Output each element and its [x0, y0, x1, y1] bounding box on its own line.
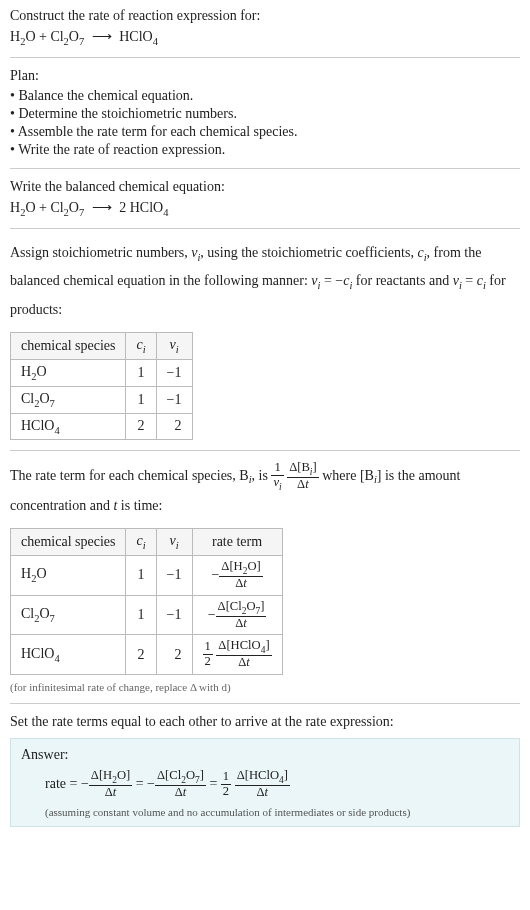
rate-term-cell: −Δ[H2O]Δt [192, 555, 282, 595]
table-row: H2O 1 −1 [11, 359, 193, 386]
stoichiometry-table: chemical species ci νi H2O 1 −1 Cl2O7 1 … [10, 332, 193, 440]
ci-cell: 1 [126, 555, 156, 595]
answer-label: Answer: [21, 747, 509, 763]
prompt-section: Construct the rate of reaction expressio… [10, 8, 520, 47]
final-heading: Set the rate terms equal to each other t… [10, 714, 520, 730]
col-rate-term: rate term [192, 529, 282, 556]
col-species: chemical species [11, 529, 126, 556]
vi-cell: 2 [156, 635, 192, 675]
prompt-line1: Construct the rate of reaction expressio… [10, 8, 520, 24]
stoich-text: Assign stoichiometric numbers, νi, using… [10, 239, 520, 325]
text: where [322, 468, 360, 483]
vi-cell: −1 [156, 595, 192, 635]
unbalanced-equation: H2O + Cl2O7 ⟶ HClO4 [10, 28, 520, 47]
plan-item: • Determine the stoichiometric numbers. [10, 106, 520, 122]
rate-expression: rate = −Δ[H2O]Δt = −Δ[Cl2O7]Δt = 12 Δ[HC… [45, 769, 509, 800]
ci-cell: 1 [126, 359, 156, 386]
table-header-row: chemical species ci νi [11, 333, 193, 360]
vi-cell: 2 [156, 413, 192, 440]
divider [10, 57, 520, 58]
rate-term-cell: 12 Δ[HClO4]Δt [192, 635, 282, 675]
frac: 1νi [271, 461, 283, 492]
text: for reactants and [352, 273, 452, 288]
plan-list: • Balance the chemical equation. • Deter… [10, 88, 520, 158]
plan-item: • Write the rate of reaction expression. [10, 142, 520, 158]
col-ci: ci [126, 333, 156, 360]
plan-item: • Assemble the rate term for each chemic… [10, 124, 520, 140]
col-species: chemical species [11, 333, 126, 360]
ci-cell: 1 [126, 386, 156, 413]
species-cell: H2O [11, 359, 126, 386]
text: , using the stoichiometric coefficients, [200, 245, 417, 260]
balanced-heading: Write the balanced chemical equation: [10, 179, 520, 195]
rate-term-cell: −Δ[Cl2O7]Δt [192, 595, 282, 635]
divider [10, 703, 520, 704]
col-vi: νi [156, 333, 192, 360]
divider [10, 450, 520, 451]
species-cell: H2O [11, 555, 126, 595]
species-cell: Cl2O7 [11, 386, 126, 413]
infinitesimal-note: (for infinitesimal rate of change, repla… [10, 681, 520, 693]
table-row: Cl2O7 1 −1 −Δ[Cl2O7]Δt [11, 595, 283, 635]
species-cell: Cl2O7 [11, 595, 126, 635]
plan-item: • Balance the chemical equation. [10, 88, 520, 104]
divider [10, 168, 520, 169]
table-row: HClO4 2 2 [11, 413, 193, 440]
table-row: HClO4 2 2 12 Δ[HClO4]Δt [11, 635, 283, 675]
col-vi: νi [156, 529, 192, 556]
plan-heading: Plan: [10, 68, 520, 84]
text: Assign stoichiometric numbers, [10, 245, 191, 260]
plan-section: Plan: • Balance the chemical equation. •… [10, 68, 520, 158]
table-row: Cl2O7 1 −1 [11, 386, 193, 413]
text: , is [252, 468, 272, 483]
ci-cell: 2 [126, 413, 156, 440]
balanced-section: Write the balanced chemical equation: H2… [10, 179, 520, 218]
rate-term-table: chemical species ci νi rate term H2O 1 −… [10, 528, 283, 675]
table-row: H2O 1 −1 −Δ[H2O]Δt [11, 555, 283, 595]
col-ci: ci [126, 529, 156, 556]
vi-cell: −1 [156, 359, 192, 386]
table-header-row: chemical species ci νi rate term [11, 529, 283, 556]
species-cell: HClO4 [11, 635, 126, 675]
ci-cell: 1 [126, 595, 156, 635]
answer-box: Answer: rate = −Δ[H2O]Δt = −Δ[Cl2O7]Δt =… [10, 738, 520, 827]
answer-assumption: (assuming constant volume and no accumul… [45, 806, 509, 818]
balanced-equation: H2O + Cl2O7 ⟶ 2 HClO4 [10, 199, 520, 218]
vi-cell: −1 [156, 386, 192, 413]
text: is time: [117, 498, 162, 513]
frac: Δ[Bi]Δt [287, 461, 319, 492]
divider [10, 228, 520, 229]
ci-cell: 2 [126, 635, 156, 675]
text: The rate term for each chemical species, [10, 468, 239, 483]
rate-term-text: The rate term for each chemical species,… [10, 461, 520, 520]
vi-cell: −1 [156, 555, 192, 595]
species-cell: HClO4 [11, 413, 126, 440]
